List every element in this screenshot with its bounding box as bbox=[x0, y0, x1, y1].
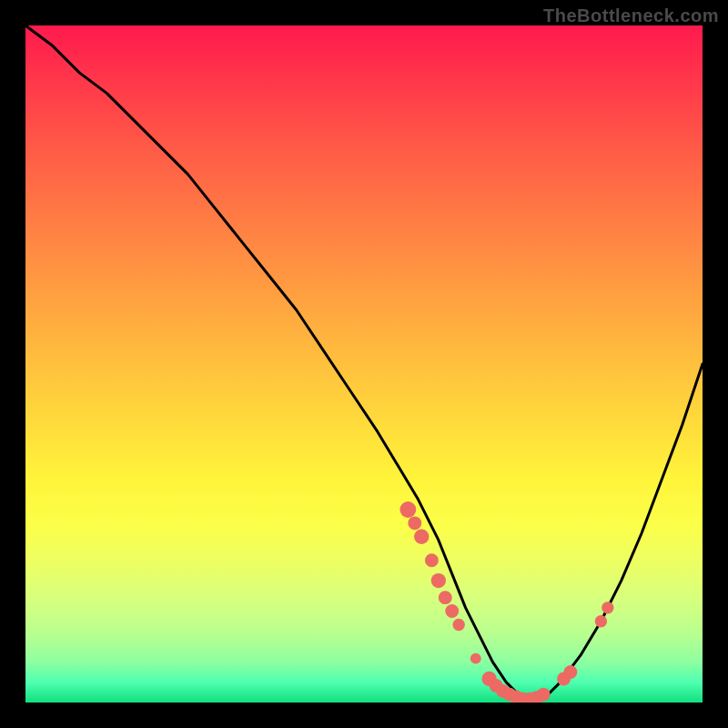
data-marker bbox=[602, 602, 613, 613]
watermark-text: TheBottleneck.com bbox=[543, 5, 719, 26]
plot-area bbox=[25, 25, 703, 703]
data-marker bbox=[470, 653, 481, 664]
chart-svg bbox=[25, 25, 703, 703]
bottleneck-curve bbox=[25, 25, 703, 703]
page-root: TheBottleneck.com bbox=[0, 0, 728, 728]
data-marker bbox=[595, 615, 607, 627]
markers-group bbox=[399, 501, 613, 703]
data-marker bbox=[425, 553, 439, 567]
data-marker bbox=[537, 688, 551, 702]
plot-inner bbox=[25, 25, 703, 703]
data-marker bbox=[445, 604, 459, 618]
data-marker bbox=[563, 665, 577, 679]
data-marker bbox=[399, 501, 416, 518]
data-marker bbox=[408, 516, 421, 530]
data-marker bbox=[439, 591, 452, 604]
data-marker bbox=[452, 619, 464, 631]
data-marker bbox=[431, 573, 446, 588]
data-marker bbox=[414, 530, 429, 544]
